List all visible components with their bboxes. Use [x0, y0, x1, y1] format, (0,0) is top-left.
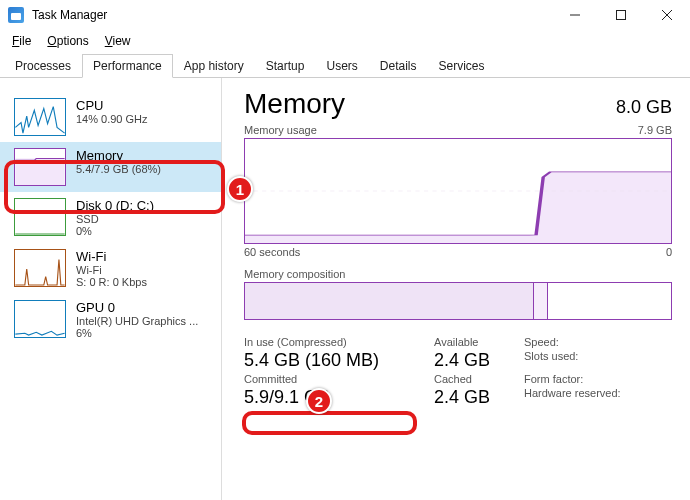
memory-usage-graph[interactable] — [244, 138, 672, 244]
sidebar-item-title: Wi-Fi — [76, 249, 147, 264]
main-area: CPU 14% 0.90 GHz Memory 5.4/7.9 GB (68%)… — [0, 78, 690, 500]
spec-slots-label: Slots used: — [524, 350, 674, 371]
maximize-button[interactable] — [598, 0, 644, 30]
cached-value: 2.4 GB — [434, 387, 524, 408]
titlebar: Task Manager — [0, 0, 690, 30]
tab-details[interactable]: Details — [369, 54, 428, 78]
sidebar-item-title: Disk 0 (D: C:) — [76, 198, 154, 213]
svg-marker-5 — [245, 172, 671, 243]
disk-thumb-chart — [14, 198, 66, 236]
spec-hwres-val: 148 MB — [674, 387, 690, 408]
minimize-button[interactable] — [552, 0, 598, 30]
cached-label: Cached — [434, 373, 524, 385]
cpu-thumb-chart — [14, 98, 66, 136]
app-icon — [8, 7, 24, 23]
available-value: 2.4 GB — [434, 350, 524, 371]
maximize-icon — [616, 10, 626, 20]
available-label: Available — [434, 336, 524, 348]
sidebar-item-cpu[interactable]: CPU 14% 0.90 GHz — [0, 92, 221, 142]
sidebar-item-disk[interactable]: Disk 0 (D: C:) SSD 0% — [0, 192, 221, 243]
composition-segment-1 — [534, 283, 548, 319]
content-panel: Memory 8.0 GB Memory usage 7.9 GB 60 sec… — [222, 78, 690, 500]
close-icon — [662, 10, 672, 20]
sidebar-item-sub: Wi-Fi — [76, 264, 147, 276]
usage-label-row: Memory usage 7.9 GB — [244, 124, 672, 136]
memory-total: 8.0 GB — [616, 97, 672, 118]
composition-label: Memory composition — [244, 268, 672, 280]
tab-users[interactable]: Users — [315, 54, 368, 78]
inuse-label: In use (Compressed) — [244, 336, 434, 348]
tab-processes[interactable]: Processes — [4, 54, 82, 78]
spec-slots-val: 2 of 2 — [674, 350, 690, 371]
sidebar-item-sub2: S: 0 R: 0 Kbps — [76, 276, 147, 288]
minimize-icon — [570, 10, 580, 20]
sidebar-item-sub: 5.4/7.9 GB (68%) — [76, 163, 161, 175]
tab-startup[interactable]: Startup — [255, 54, 316, 78]
window-controls — [552, 0, 690, 30]
window-title: Task Manager — [32, 8, 107, 22]
stat-grid: In use (Compressed) Available Speed: 240… — [244, 336, 672, 408]
gpu-thumb-chart — [14, 300, 66, 338]
committed-label: Committed — [244, 373, 434, 385]
menubar: File Options View — [0, 30, 690, 52]
sidebar-item-title: CPU — [76, 98, 148, 113]
sidebar-item-title: Memory — [76, 148, 161, 163]
menu-view[interactable]: View — [99, 32, 137, 50]
spec-ff-val: SODI... — [674, 373, 690, 385]
menu-options[interactable]: Options — [41, 32, 94, 50]
sidebar-item-sub2: 0% — [76, 225, 154, 237]
svg-rect-1 — [617, 11, 626, 20]
tab-services[interactable]: Services — [428, 54, 496, 78]
menu-file[interactable]: File — [6, 32, 37, 50]
committed-value: 5.9/9.1 GB — [244, 387, 434, 408]
sidebar-item-sub: Intel(R) UHD Graphics ... — [76, 315, 198, 327]
usage-axis: 60 seconds 0 — [244, 246, 672, 258]
memory-composition-bar[interactable] — [244, 282, 672, 320]
usage-max: 7.9 GB — [638, 124, 672, 136]
close-button[interactable] — [644, 0, 690, 30]
wifi-thumb-chart — [14, 249, 66, 287]
composition-segment-0 — [245, 283, 534, 319]
sidebar-item-title: GPU 0 — [76, 300, 198, 315]
sidebar-item-wifi[interactable]: Wi-Fi Wi-Fi S: 0 R: 0 Kbps — [0, 243, 221, 294]
sidebar-item-mem[interactable]: Memory 5.4/7.9 GB (68%) — [0, 142, 221, 192]
tab-performance[interactable]: Performance — [82, 54, 173, 78]
axis-left: 60 seconds — [244, 246, 300, 258]
axis-right: 0 — [666, 246, 672, 258]
performance-sidebar: CPU 14% 0.90 GHz Memory 5.4/7.9 GB (68%)… — [0, 78, 222, 500]
spec-speed-label: Speed: — [524, 336, 674, 348]
sidebar-item-gpu[interactable]: GPU 0 Intel(R) UHD Graphics ... 6% — [0, 294, 221, 345]
composition-segment-2 — [548, 283, 671, 319]
page-title: Memory — [244, 88, 345, 120]
usage-label: Memory usage — [244, 124, 317, 136]
tab-app-history[interactable]: App history — [173, 54, 255, 78]
sidebar-item-sub: 14% 0.90 GHz — [76, 113, 148, 125]
mem-thumb-chart — [14, 148, 66, 186]
tab-bar: ProcessesPerformanceApp historyStartupUs… — [0, 52, 690, 78]
inuse-value: 5.4 GB (160 MB) — [244, 350, 434, 371]
sidebar-item-sub2: 6% — [76, 327, 198, 339]
sidebar-item-sub: SSD — [76, 213, 154, 225]
content-header: Memory 8.0 GB — [244, 88, 672, 120]
spec-ff-label: Form factor: — [524, 373, 674, 385]
svg-rect-4 — [15, 158, 64, 185]
spec-speed-val: 2400 ... — [674, 336, 690, 348]
spec-hwres-label: Hardware reserved: — [524, 387, 674, 408]
